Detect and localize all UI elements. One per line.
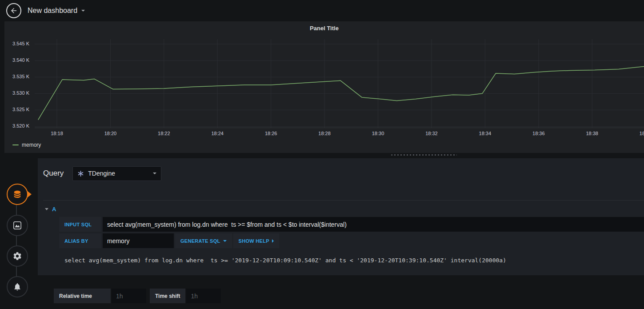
alias-by-row: ALIAS BY GENERATE SQL SHOW HELP — [59, 233, 644, 248]
time-series-canvas[interactable] — [35, 39, 644, 128]
chart-legend: memory — [4, 139, 644, 148]
bell-icon — [13, 282, 22, 291]
tab-alert[interactable] — [7, 276, 28, 297]
chevron-down-icon — [223, 240, 227, 242]
alias-by-label: ALIAS BY — [59, 233, 101, 248]
x-tick-label: 18:32 — [425, 131, 438, 136]
graph-icon — [12, 221, 22, 230]
dashboard-title: New dashboard — [28, 7, 77, 15]
legend-item-memory[interactable]: memory — [22, 142, 41, 148]
query-header: Query TDengine — [43, 165, 644, 181]
y-tick-label: 3.520 K — [12, 123, 29, 128]
datasource-name: TDengine — [88, 170, 149, 177]
tab-general[interactable] — [7, 245, 28, 267]
y-tick-label: 3.525 K — [12, 107, 29, 112]
input-sql-label: INPUT SQL — [59, 217, 101, 232]
query-row-collapse[interactable]: A — [43, 201, 96, 213]
tdengine-logo-icon — [77, 170, 84, 177]
time-shift-input[interactable] — [186, 289, 221, 303]
gap — [146, 289, 150, 303]
editor-column: Query TDengine A INPUT SQL — [38, 158, 644, 308]
legend-swatch-memory — [12, 144, 19, 145]
active-tab-arrow-icon — [28, 191, 32, 197]
tab-queries[interactable] — [7, 184, 28, 205]
alias-by-field[interactable] — [103, 233, 174, 248]
x-tick-label: 18:36 — [532, 131, 545, 136]
tab-connector-line — [16, 194, 17, 287]
x-axis: 18:1818:2018:2218:2418:2618:2818:3018:32… — [35, 130, 644, 139]
chevron-down-icon — [153, 173, 156, 174]
y-tick-label: 3.535 K — [12, 74, 29, 79]
datasource-picker[interactable]: TDengine — [72, 166, 161, 181]
top-navbar: New dashboard — [0, 0, 644, 21]
query-section-title: Query — [43, 169, 64, 178]
tab-visualization[interactable] — [7, 215, 28, 236]
input-sql-row: INPUT SQL — [59, 217, 644, 232]
generate-sql-label: GENERATE SQL — [180, 238, 220, 244]
show-help-button[interactable]: SHOW HELP — [233, 233, 279, 248]
arrow-left-icon — [10, 7, 18, 15]
scroll-strip — [0, 153, 644, 158]
y-tick-label: 3.530 K — [12, 90, 29, 96]
chevron-down-icon — [81, 10, 85, 12]
back-button[interactable] — [6, 3, 21, 18]
x-tick-label: 18:30 — [372, 131, 384, 136]
x-tick-label: 18:40 — [640, 131, 644, 136]
query-form: INPUT SQL ALIAS BY GENERATE SQL SHOW HEL… — [43, 217, 644, 264]
panel-editor: Query TDengine A INPUT SQL — [0, 158, 644, 308]
x-tick-label: 18:20 — [104, 131, 117, 136]
collapse-caret-icon — [45, 208, 48, 210]
scrollbar-handle[interactable] — [391, 154, 457, 156]
dashboard-title-dropdown[interactable]: New dashboard — [28, 7, 85, 15]
x-tick-label: 18:24 — [211, 131, 224, 136]
y-tick-label: 3.540 K — [12, 57, 29, 63]
query-divider — [43, 200, 644, 201]
editor-tab-rail — [0, 158, 38, 308]
relative-time-input[interactable] — [112, 289, 146, 303]
x-tick-label: 18:28 — [318, 131, 331, 136]
plot-area[interactable] — [35, 39, 644, 128]
query-ref-id: A — [52, 206, 56, 213]
y-tick-label: 3.545 K — [12, 41, 29, 46]
y-axis: 3.545 K3.540 K3.535 K3.530 K3.525 K3.520… — [4, 39, 31, 128]
queries-tab-content: Query TDengine A INPUT SQL — [38, 158, 644, 275]
chevron-right-icon — [272, 239, 274, 243]
database-icon — [12, 189, 22, 199]
x-tick-label: 18:18 — [51, 131, 63, 136]
time-series-chart: 3.545 K3.540 K3.535 K3.530 K3.525 K3.520… — [4, 39, 644, 139]
graph-panel: Panel Title 3.545 K3.540 K3.535 K3.530 K… — [4, 21, 644, 153]
x-tick-label: 18:38 — [586, 131, 598, 136]
panel-title[interactable]: Panel Title — [4, 21, 644, 35]
show-help-label: SHOW HELP — [239, 238, 269, 244]
time-shift-label: Time shift — [150, 289, 185, 303]
generated-sql-preview: select avg(mem_system) from log.dn where… — [59, 250, 644, 264]
x-tick-label: 18:22 — [158, 131, 170, 136]
time-options-row: Relative time Time shift — [54, 289, 644, 303]
generate-sql-button[interactable]: GENERATE SQL — [175, 233, 232, 248]
x-tick-label: 18:34 — [479, 131, 492, 136]
x-tick-label: 18:26 — [265, 131, 277, 136]
input-sql-field[interactable] — [103, 217, 644, 232]
relative-time-label: Relative time — [54, 289, 111, 303]
gear-icon — [12, 251, 22, 261]
